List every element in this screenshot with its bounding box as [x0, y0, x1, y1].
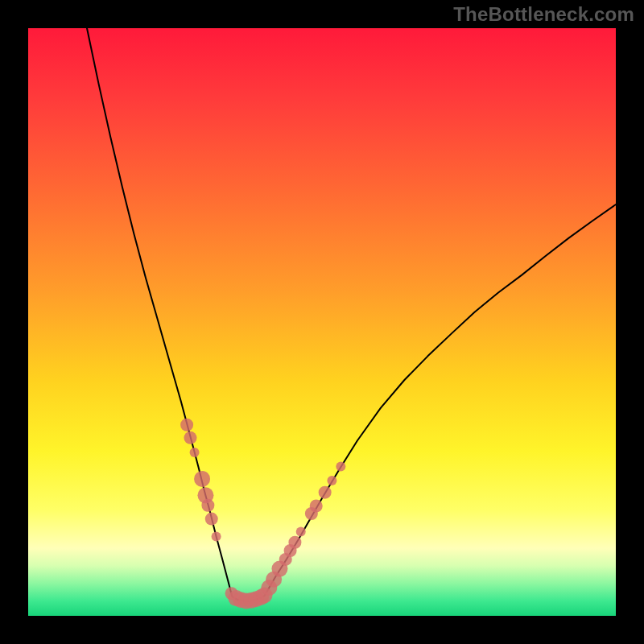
scatter-dot: [296, 527, 306, 537]
scatter-dot: [288, 536, 301, 549]
watermark-text: TheBottleneck.com: [453, 3, 634, 26]
scatter-dot: [310, 499, 323, 512]
scatter-dot: [184, 431, 196, 444]
scatter-dot: [180, 419, 193, 431]
scatter-dot: [336, 462, 345, 472]
scatter-dot: [201, 499, 214, 512]
scatter-dot: [212, 531, 221, 541]
scatter-dot: [319, 486, 332, 499]
scatter-dot: [327, 476, 336, 485]
chart-svg: [0, 0, 644, 644]
plot-area: [28, 28, 616, 616]
scatter-dot: [205, 513, 218, 526]
scatter-dot: [194, 471, 210, 487]
chart-stage: TheBottleneck.com: [0, 0, 644, 644]
scatter-dot: [190, 448, 200, 457]
